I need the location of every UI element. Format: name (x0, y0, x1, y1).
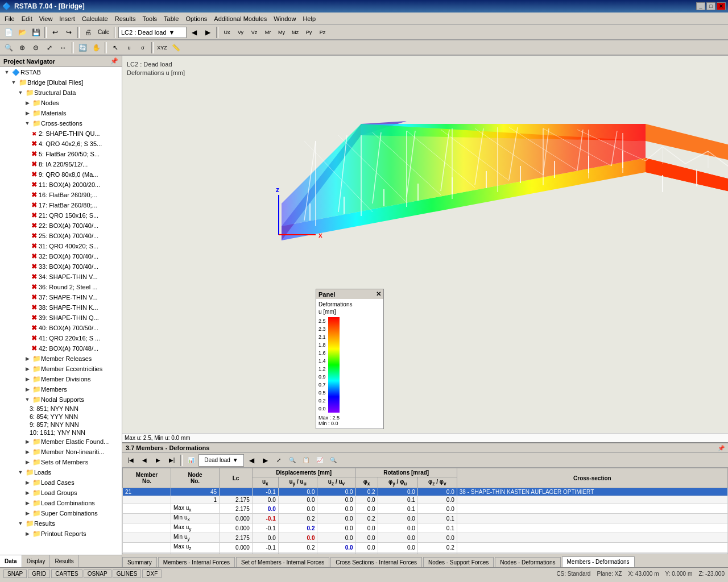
nav-cs-42[interactable]: ✖ 42: BOX(A) 700/48/... (0, 343, 122, 354)
nav-cs-11[interactable]: ✖ 11: BOX(A) 2000/20... (0, 180, 122, 190)
tab-members-deformations[interactable]: Members - Deformations (562, 556, 635, 567)
menu-help[interactable]: Help (299, 14, 319, 23)
nav-nodes[interactable]: ▶ 📁 Nodes (0, 98, 122, 108)
nav-tab-data[interactable]: Data (0, 555, 22, 567)
next-btn[interactable]: ▶ (201, 26, 214, 39)
nav-ns-6[interactable]: 6: 854; YYY NNN (0, 413, 122, 421)
expand-icon[interactable]: ▶ (23, 447, 32, 456)
menu-results[interactable]: Results (111, 14, 139, 23)
deform-btn[interactable]: u (123, 41, 135, 54)
expand-icon[interactable]: ▶ (23, 498, 32, 508)
calc-btn[interactable]: Calc (96, 26, 111, 39)
nav-cs-9[interactable]: ✖ 9: QRO 80x8,0 (Ma... (0, 169, 122, 180)
result1-btn[interactable]: Ux (221, 26, 233, 39)
nav-cs-2[interactable]: ✖ 2: SHAPE-THIN QU... (0, 128, 122, 139)
nav-cs-25[interactable]: ✖ 25: BOX(A) 700/40/... (0, 231, 122, 241)
nav-tab-display[interactable]: Display (22, 555, 51, 567)
expand-icon[interactable]: ▶ (23, 109, 32, 118)
nav-cs-34[interactable]: ✖ 34: SHAPE-THIN V... (0, 272, 122, 282)
tab-nodes-support[interactable]: Nodes - Support Forces (423, 557, 494, 567)
tab-cross-sections[interactable]: Cross Sections - Internal Forces (330, 557, 422, 567)
table-row[interactable]: Max uy 0.000 -0.1 0.2 0.0 0.0 0.0 0.1 (123, 523, 728, 533)
nav-super-combinations[interactable]: ▶ 📁 Super Combinations (0, 508, 122, 518)
table-nav-next[interactable]: ▶ (259, 454, 271, 467)
nav-cs-40[interactable]: ✖ 40: BOX(A) 700/50/... (0, 323, 122, 333)
minimize-btn[interactable]: _ (696, 2, 705, 10)
expand-icon[interactable]: ▶ (23, 437, 32, 446)
result7-btn[interactable]: Py (303, 26, 315, 39)
nav-load-groups[interactable]: ▶ 📁 Load Groups (0, 488, 122, 498)
nav-results[interactable]: ▼ 📁 Results (0, 518, 122, 529)
table-goto-btn[interactable]: ⤢ (272, 454, 285, 467)
axes-btn[interactable]: XYZ (156, 41, 168, 54)
nav-printout[interactable]: ▶ 📁 Printout Reports (0, 529, 122, 539)
table-row[interactable]: Min uy 2.175 0.0 0.0 0.0 0.0 0.0 0.0 (123, 533, 728, 543)
nav-members[interactable]: ▶ 📁 Members (0, 384, 122, 394)
expand-icon[interactable]: ▼ (16, 468, 25, 477)
select-btn[interactable]: ↖ (109, 41, 122, 54)
table-last-btn[interactable]: ▶| (166, 454, 178, 467)
table-chart-btn[interactable]: 📈 (313, 454, 326, 467)
new-btn[interactable]: 📄 (2, 26, 15, 39)
nav-nodal-supports[interactable]: ▼ 📁 Nodal Supports (0, 394, 122, 405)
expand-icon[interactable]: ▶ (23, 529, 32, 538)
cartes-btn[interactable]: CARTES (51, 569, 82, 578)
nav-cs-21[interactable]: ✖ 21: QRO 150x16; S... (0, 210, 122, 221)
table-content[interactable]: MemberNo. NodeNo. Lc Displacements [mm] … (122, 468, 728, 554)
nav-cs-33[interactable]: ✖ 33: BOX(A) 700/40/... (0, 261, 122, 272)
nav-project[interactable]: ▼ 📁 Bridge [Dlubal Files] (0, 77, 122, 88)
loadcase-dropdown[interactable]: LC2 : Dead load ▼ (118, 27, 187, 38)
menu-additional[interactable]: Additional Modules (210, 14, 270, 23)
expand-icon[interactable]: ▼ (2, 68, 11, 77)
expand-icon[interactable]: ▶ (23, 364, 32, 373)
table-row[interactable]: 21 45 -0.1 0.0 0.0 0.2 0.0 0.0 38 - SHAP… (123, 488, 728, 496)
menu-edit[interactable]: Edit (18, 14, 36, 23)
expand-icon[interactable]: ▼ (16, 88, 25, 97)
nav-cs-8[interactable]: ✖ 8: IA 220/95/12/... (0, 159, 122, 169)
table-export2-btn[interactable]: 📋 (300, 454, 312, 467)
nav-pin-icon[interactable]: 📌 (110, 57, 118, 65)
nav-structural-data[interactable]: ▼ 📁 Structural Data (0, 88, 122, 98)
table-row[interactable]: Max uz 0.000 -0.1 0.2 0.0 0.0 0.0 0.2 (123, 543, 728, 552)
open-btn[interactable]: 📂 (16, 26, 28, 39)
expand-icon[interactable]: ▼ (23, 395, 32, 404)
nav-load-cases[interactable]: ▶ 📁 Load Cases (0, 477, 122, 488)
table-pin-icon[interactable]: 📌 (718, 445, 725, 451)
nav-ns-3[interactable]: 3: 851; NYY NNN (0, 405, 122, 413)
tab-nodes-deformations[interactable]: Nodes - Deformations (495, 557, 560, 567)
redo-btn[interactable]: ↪ (63, 26, 75, 39)
nav-materials[interactable]: ▶ 📁 Materials (0, 108, 122, 118)
nav-tab-results[interactable]: Results (50, 555, 78, 567)
rotate-btn[interactable]: 🔄 (76, 41, 89, 54)
result2-btn[interactable]: Vy (234, 26, 247, 39)
result3-btn[interactable]: Vz (248, 26, 260, 39)
tab-sets-internal[interactable]: Set of Members - Internal Forces (236, 557, 329, 567)
nav-root[interactable]: ▼ 🔷 RSTAB (0, 67, 122, 77)
nav-cs-31[interactable]: ✖ 31: QRO 400x20; S... (0, 241, 122, 251)
table-filter-btn[interactable]: 🔍 (286, 454, 299, 467)
pan-btn[interactable]: ✋ (90, 41, 102, 54)
nav-cross-sections[interactable]: ▼ 📁 Cross-sections (0, 118, 122, 128)
print-btn[interactable]: 🖨 (82, 26, 94, 39)
menu-view[interactable]: View (36, 14, 56, 23)
viewport-3d[interactable]: LC2 : Dead load Deformations u [mm] (122, 56, 728, 442)
table-loadcase-dropdown[interactable]: Dead load ▼ (198, 454, 244, 467)
nav-cs-36[interactable]: ✖ 36: Round 2; Steel ... (0, 282, 122, 292)
table-prev-btn[interactable]: ◀ (138, 454, 151, 467)
nav-ns-10[interactable]: 10: 1611; YNY NNN (0, 429, 122, 436)
save-btn[interactable]: 💾 (30, 26, 42, 39)
expand-icon[interactable]: ▶ (23, 354, 32, 363)
expand-icon[interactable]: ▼ (23, 119, 32, 128)
dxf-btn[interactable]: DXF (142, 569, 162, 578)
nav-member-releases[interactable]: ▶ 📁 Member Releases (0, 354, 122, 364)
table-row[interactable]: Min ux 0.000 -0.1 0.2 0.0 0.2 0.0 0.1 (123, 514, 728, 523)
expand-icon[interactable]: ▶ (23, 385, 32, 394)
view4-btn[interactable]: ⤢ (43, 41, 56, 54)
nav-cs-38[interactable]: ✖ 38: SHAPE-THIN K... (0, 302, 122, 313)
expand-icon[interactable]: ▶ (23, 458, 32, 467)
nav-cs-4[interactable]: ✖ 4: QRO 40x2,6; S 35... (0, 139, 122, 149)
table-zoom-btn[interactable]: 🔍 (327, 454, 340, 467)
maximize-btn[interactable]: □ (706, 2, 715, 10)
table-next-btn[interactable]: ▶ (152, 454, 164, 467)
grid-btn[interactable]: GRID (28, 569, 50, 578)
